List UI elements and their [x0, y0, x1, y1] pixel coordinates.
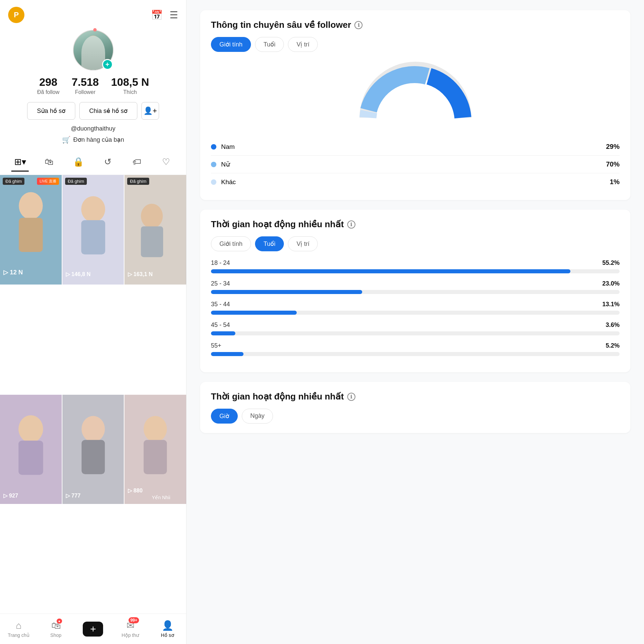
- bar-fill-5: [211, 352, 243, 356]
- svg-rect-18: [81, 440, 105, 474]
- edit-profile-button[interactable]: Sửa hồ sơ: [27, 102, 75, 120]
- nav-home[interactable]: ⌂ Trang chủ: [0, 618, 37, 641]
- svg-text:▷ 163,1 N: ▷ 163,1 N: [128, 271, 153, 277]
- nav-shop[interactable]: 🛍 ● Shop: [37, 617, 75, 641]
- pinned-badge-2: Đã ghim: [65, 178, 87, 185]
- add-friend-icon: 👤+: [143, 106, 157, 115]
- profile-icon: 👤: [162, 620, 174, 631]
- tab-favorites[interactable]: ♡: [152, 153, 181, 171]
- gender-age-tabs: Giới tính Tuổi Vị trí: [211, 37, 620, 52]
- svg-point-21: [144, 416, 167, 442]
- svg-point-17: [81, 416, 105, 442]
- video-thumbnail-4: ▷ 927: [0, 395, 62, 504]
- bar-fill-4: [211, 331, 235, 335]
- hour-day-tabs: Giờ Ngày: [211, 409, 620, 424]
- svg-rect-2: [19, 218, 43, 252]
- pinned-badge-3: Đã ghim: [127, 178, 149, 185]
- video-cell-2[interactable]: ▷ 146,8 N Đã ghim: [62, 175, 124, 285]
- pill-age-1[interactable]: Tuổi: [255, 37, 284, 52]
- info-icon-2[interactable]: ℹ: [347, 220, 355, 229]
- bar-track-5: [211, 352, 620, 356]
- calendar-icon[interactable]: 📅: [151, 9, 163, 21]
- pill-age-2[interactable]: Tuổi: [255, 236, 284, 251]
- age-row-18-24: 18 - 24 55.2%: [211, 259, 620, 273]
- age-row-25-34: 25 - 34 23.0%: [211, 280, 620, 294]
- pill-hour[interactable]: Giờ: [211, 409, 238, 424]
- active-time-section-2: Thời gian hoạt động nhiều nhất ℹ Giờ Ngà…: [200, 382, 630, 433]
- info-icon-3[interactable]: ℹ: [347, 393, 355, 401]
- shop-badge: ●: [57, 619, 62, 624]
- active-time-title: Thời gian hoạt động nhiều nhất ℹ: [211, 219, 620, 230]
- svg-text:Yến Nhii: Yến Nhii: [152, 494, 170, 500]
- stat-following: 298 Đã follow: [37, 76, 60, 95]
- bar-fill-1: [211, 269, 570, 273]
- order-row[interactable]: 🛒 Đơn hàng của bạn: [62, 136, 124, 144]
- active-time-tabs: Giới tính Tuổi Vị trí: [211, 236, 620, 251]
- dot-nam: [211, 144, 216, 150]
- info-icon-1[interactable]: ℹ: [354, 21, 363, 29]
- stats-row: 298 Đã follow 7.518 Follower 108,5 N Thí…: [37, 76, 149, 95]
- nav-inbox[interactable]: ✉ 99+ Hộp thư: [112, 617, 149, 641]
- svg-text:▷ 880: ▷ 880: [128, 487, 142, 493]
- legend-nu: Nữ 70%: [211, 156, 620, 173]
- heart-outline-icon: ♡: [162, 157, 170, 167]
- pill-location-1[interactable]: Vị trí: [288, 37, 318, 52]
- top-bar-right: 📅 ☰: [151, 9, 178, 21]
- video-cell-5[interactable]: ▷ 777: [62, 395, 124, 504]
- live-badge: LIVE 直播: [37, 178, 59, 185]
- svg-text:▷ 12 N: ▷ 12 N: [3, 269, 23, 276]
- cart-icon: 🛒: [62, 136, 71, 144]
- video-cell-1[interactable]: ▷ 12 N Đã ghim LIVE 直播: [0, 175, 62, 285]
- bar-fill-2: [211, 290, 362, 294]
- tag-icon: 🏷: [133, 157, 141, 167]
- notification-dot: [93, 28, 97, 32]
- home-icon: ⌂: [16, 620, 21, 631]
- nav-profile[interactable]: 👤 Hồ sơ: [149, 617, 186, 641]
- pinned-badge-1: Đã ghim: [3, 178, 24, 185]
- svg-text:▷ 927: ▷ 927: [3, 492, 18, 498]
- bar-track-3: [211, 311, 620, 315]
- video-cell-4[interactable]: ▷ 927: [0, 395, 62, 504]
- pill-day[interactable]: Ngày: [242, 409, 273, 424]
- bar-fill-3: [211, 311, 297, 315]
- tab-shop[interactable]: 🛍: [35, 153, 64, 171]
- video-cell-3[interactable]: ▷ 163,1 N Đã ghim: [124, 175, 186, 285]
- legend-khac: Khác 1%: [211, 173, 620, 191]
- video-thumbnail-2: ▷ 146,8 N: [62, 175, 124, 285]
- video-thumbnail-1: ▷ 12 N: [0, 175, 62, 285]
- tab-grid[interactable]: ⊞▾: [5, 153, 35, 171]
- donut-chart: [211, 60, 620, 128]
- repost-icon: ↺: [104, 157, 112, 167]
- menu-icon[interactable]: ☰: [170, 9, 178, 21]
- create-button[interactable]: +: [83, 622, 103, 637]
- nav-create[interactable]: +: [75, 619, 112, 639]
- video-cell-6[interactable]: ▷ 880 Yến Nhii: [124, 395, 186, 504]
- tab-tagged[interactable]: 🏷: [122, 153, 152, 171]
- pill-location-2[interactable]: Vị trí: [288, 236, 318, 251]
- grid-icon: ⊞▾: [14, 157, 26, 167]
- avatar-figure: [81, 36, 105, 70]
- tab-repost[interactable]: ↺: [93, 153, 122, 171]
- svg-rect-6: [81, 220, 105, 254]
- avatar-plus-button[interactable]: +: [102, 59, 113, 70]
- bar-track-1: [211, 269, 620, 273]
- pill-gender-2[interactable]: Giới tính: [211, 236, 251, 251]
- share-profile-button[interactable]: Chia sẻ hồ sơ: [79, 102, 137, 120]
- content-tabs: ⊞▾ 🛍 🔒 ↺ 🏷 ♡: [0, 149, 186, 175]
- age-row-35-44: 35 - 44 13.1%: [211, 301, 620, 315]
- bar-track-4: [211, 331, 620, 335]
- dot-khac: [211, 179, 216, 185]
- inbox-badge: 99+: [129, 617, 139, 623]
- dot-nu: [211, 162, 216, 167]
- follower-info-section: Thông tin chuyên sâu về follower ℹ Giới …: [200, 10, 630, 200]
- pill-gender-1[interactable]: Giới tính: [211, 37, 251, 52]
- add-friend-button[interactable]: 👤+: [141, 102, 159, 120]
- video-thumbnail-3: ▷ 163,1 N: [124, 175, 186, 285]
- svg-rect-14: [18, 441, 43, 475]
- svg-rect-10: [141, 226, 163, 257]
- stat-followers: 7.518 Follower: [72, 76, 99, 95]
- video-grid: ▷ 12 N Đã ghim LIVE 直播 ▷ 146,8 N Đã ghim…: [0, 175, 186, 613]
- svg-text:▷ 777: ▷ 777: [66, 492, 80, 498]
- left-panel: P 📅 ☰ + 298 Đã follow 7.518: [0, 0, 187, 644]
- tab-lock[interactable]: 🔒: [64, 153, 93, 171]
